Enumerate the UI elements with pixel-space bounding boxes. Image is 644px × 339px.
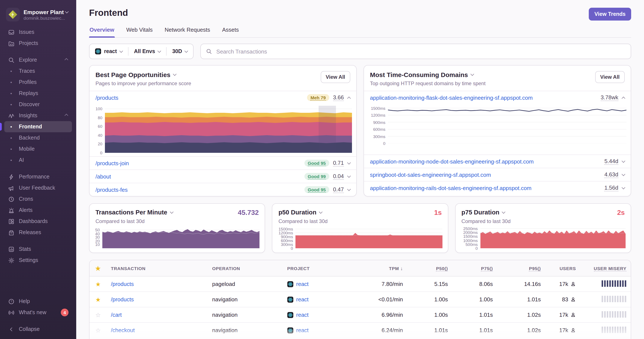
column-header-user-misery[interactable]: USER MISERY (580, 266, 631, 271)
chevron-down-icon[interactable] (347, 161, 351, 164)
domain-row[interactable]: application-monitoring-node-dot-sales-en… (364, 155, 631, 168)
project-link[interactable]: react (296, 281, 309, 287)
star-toggle[interactable]: ☆ (90, 311, 106, 318)
sidebar-item-backend[interactable]: •Backend (4, 132, 72, 143)
table-row[interactable]: ★ /products navigation react <0.01/min 1… (90, 292, 631, 307)
sidebar-item-projects[interactable]: Projects (4, 38, 72, 49)
domains-view-all-button[interactable]: View All (595, 71, 625, 83)
domain-link[interactable]: springboot-dot-sales-engineering-sf.apps… (370, 171, 491, 178)
star-toggle[interactable]: ★ (90, 296, 106, 303)
sidebar-item-mobile[interactable]: •Mobile (4, 143, 72, 155)
chevron-up-icon[interactable] (622, 96, 625, 100)
project-filter[interactable]: react (90, 44, 128, 59)
transactions-per-minute-card: Transactions Per Minute 45.732 Compared … (89, 203, 265, 253)
chevron-down-icon[interactable] (502, 210, 506, 214)
column-header-users[interactable]: USERS (545, 266, 580, 271)
column-header-transaction[interactable]: TRANSACTION (106, 266, 208, 271)
sidebar-item-releases[interactable]: Releases (4, 227, 72, 238)
opportunity-row[interactable]: /products-fes Good 95 0.47 (90, 183, 356, 196)
tab-web-vitals[interactable]: Web Vitals (126, 26, 153, 37)
empower-plant-logo-icon (8, 9, 18, 20)
sidebar-item-alerts[interactable]: Alerts (4, 205, 72, 216)
sidebar-item-frontend[interactable]: •Frontend (4, 121, 72, 132)
sidebar-item-help[interactable]: ? Help (4, 296, 72, 307)
chevron-down-icon[interactable] (170, 210, 174, 214)
sidebar-item-discover[interactable]: •Discover (4, 99, 72, 110)
domain-link[interactable]: application-monitoring-flask-dot-sales-e… (370, 94, 533, 101)
score-badge: Meh 79 (307, 94, 329, 101)
opportunities-view-all-button[interactable]: View All (320, 71, 350, 83)
view-trends-button[interactable]: View Trends (589, 8, 631, 20)
sidebar-item-user-feedback[interactable]: User Feedback (4, 182, 72, 193)
chevron-down-icon[interactable] (622, 159, 625, 163)
sidebar-item-crons[interactable]: Crons (4, 193, 72, 205)
column-header-p50[interactable]: P50() (407, 266, 452, 271)
sidebar-item-settings[interactable]: Settings (4, 255, 72, 266)
project-link[interactable]: react (296, 327, 309, 334)
chevron-down-icon[interactable] (622, 186, 625, 189)
search-input[interactable] (216, 48, 626, 55)
column-header-p95[interactable]: P95() (497, 266, 545, 271)
sidebar-item-performance[interactable]: Performance (4, 171, 72, 182)
table-row[interactable]: ★ /products pageload react 7.80/min 5.15… (90, 277, 631, 292)
page-filter-group: react All Envs 30D (89, 44, 194, 59)
transaction-link[interactable]: /about (96, 173, 111, 180)
chevron-down-icon[interactable] (347, 187, 351, 191)
transaction-link[interactable]: /checkout (111, 327, 135, 334)
opportunity-row-expanded[interactable]: /products Meh 79 3.66 (90, 91, 356, 104)
org-switcher[interactable]: Empower Plant dominik.buszowiec... (0, 4, 76, 26)
star-toggle[interactable]: ☆ (90, 327, 106, 334)
transaction-link[interactable]: /products (111, 296, 134, 303)
domain-row-expanded[interactable]: application-monitoring-flask-dot-sales-e… (364, 91, 631, 104)
transaction-link[interactable]: /products-fes (96, 186, 128, 193)
tpm-cell: <0.01/min (358, 296, 407, 303)
table-row[interactable]: ☆ /checkout navigation react 6.24/min 1.… (90, 323, 631, 338)
column-header-operation[interactable]: OPERATION (208, 266, 283, 271)
sidebar-item-label: Crons (19, 196, 33, 202)
sidebar-item-profiles[interactable]: •Profiles (4, 77, 72, 88)
chevron-up-icon[interactable] (347, 96, 351, 100)
chevron-down-icon[interactable] (622, 172, 625, 176)
star-toggle[interactable]: ★ (90, 281, 106, 288)
star-column-header-icon[interactable]: ★ (90, 265, 106, 272)
column-header-tpm[interactable]: TPM ↓ (358, 266, 407, 271)
opportunity-row[interactable]: /products-join Good 95 0.71 (90, 156, 356, 169)
column-header-project[interactable]: PROJECT (283, 266, 358, 271)
table-row[interactable]: ☆ /cart navigation react 6.96/min 1.00s … (90, 307, 631, 323)
sidebar-item-replays[interactable]: •Replays (4, 88, 72, 99)
opportunity-row[interactable]: /about Good 99 0.04 (90, 169, 356, 183)
tab-network-requests[interactable]: Network Requests (164, 26, 210, 37)
sidebar-item-issues[interactable]: Issues (4, 26, 72, 38)
project-link[interactable]: react (296, 312, 309, 318)
sidebar-item-ai[interactable]: •AI (4, 155, 72, 166)
chevron-down-icon[interactable] (347, 174, 351, 178)
transaction-link[interactable]: /products (111, 281, 134, 287)
sidebar-section-insights[interactable]: Insights (4, 110, 72, 121)
domain-row[interactable]: springboot-dot-sales-engineering-sf.apps… (364, 168, 631, 181)
date-range-filter[interactable]: 30D (166, 44, 193, 59)
environment-filter[interactable]: All Envs (128, 44, 166, 59)
domain-row[interactable]: application-monitoring-rails-dot-sales-e… (364, 181, 631, 194)
domain-link[interactable]: application-monitoring-rails-dot-sales-e… (370, 185, 532, 191)
transaction-link[interactable]: /cart (111, 312, 122, 318)
sidebar-collapse-button[interactable]: Collapse (4, 324, 72, 335)
sidebar-item-whats-new[interactable]: What's new 4 (4, 307, 72, 318)
transaction-link[interactable]: /products (96, 94, 118, 101)
user-misery-bars (602, 280, 626, 287)
domain-link[interactable]: application-monitoring-node-dot-sales-en… (370, 158, 534, 165)
sidebar-item-traces[interactable]: •Traces (4, 65, 72, 77)
sidebar-item-stats[interactable]: Stats (4, 244, 72, 255)
chevron-down-icon[interactable] (173, 72, 177, 76)
column-header-p75[interactable]: P75() (452, 266, 497, 271)
sidebar-item-label: What's new (19, 310, 46, 316)
tab-assets[interactable]: Assets (222, 26, 239, 37)
tab-overview[interactable]: Overview (89, 26, 115, 37)
table-row[interactable]: ☆ /products-join pageload react 3.88/min… (90, 338, 631, 339)
sidebar-section-explore[interactable]: Explore (4, 54, 72, 65)
transaction-link[interactable]: /products-join (96, 160, 129, 166)
project-link[interactable]: react (296, 296, 309, 303)
transaction-search[interactable] (200, 44, 631, 59)
chevron-down-icon[interactable] (470, 72, 474, 76)
chevron-down-icon[interactable] (319, 210, 322, 214)
sidebar-item-dashboards[interactable]: Dashboards (4, 216, 72, 227)
